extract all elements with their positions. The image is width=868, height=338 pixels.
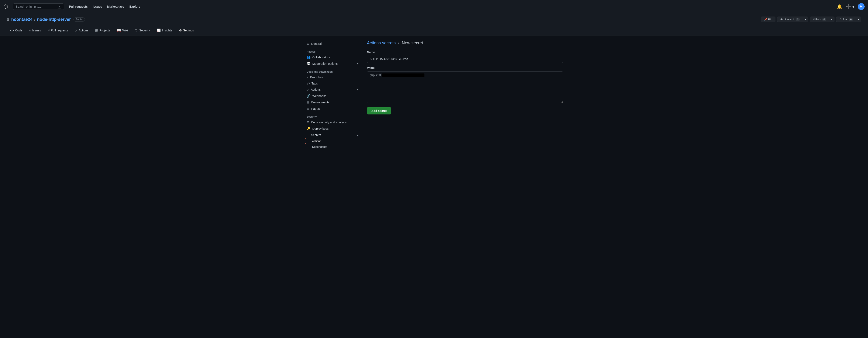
sidebar-item-secrets[interactable]: ⊞ Secrets ▴ xyxy=(305,132,360,138)
value-field-group: Value ghp_CTI xyxy=(367,66,563,104)
fork-button[interactable]: ⑂ Fork 0 xyxy=(810,17,829,22)
repo-breadcrumb: ⊞ hoontae24 / node-http-server Public xyxy=(7,17,85,22)
sidebar-item-actions[interactable]: ▷ Actions ▾ xyxy=(305,86,360,93)
sidebar-item-branches[interactable]: ⑂ Branches xyxy=(305,74,360,80)
play-icon: ▷ xyxy=(307,88,309,92)
fork-dropdown[interactable]: ▾ xyxy=(829,17,834,22)
gear-icon: ⚙ xyxy=(307,42,309,45)
repo-header: ⊞ hoontae24 / node-http-server Public 📌 … xyxy=(0,13,868,26)
sidebar: ⚙ General Access 👥 Collaborators 💬 Moder… xyxy=(305,40,360,150)
search-bar[interactable]: Search or jump to... / xyxy=(13,3,64,10)
watch-count: 1 xyxy=(796,18,800,21)
name-input[interactable] xyxy=(367,56,563,63)
sidebar-item-collaborators[interactable]: 👥 Collaborators xyxy=(305,54,360,61)
repo-icon: ⊞ xyxy=(7,18,9,22)
sidebar-item-general[interactable]: ⚙ General xyxy=(305,40,360,47)
avatar[interactable]: H xyxy=(858,3,865,10)
tab-projects[interactable]: ▦Projects xyxy=(92,26,114,35)
nav-link-issues[interactable]: Issues xyxy=(93,5,102,8)
tab-wiki[interactable]: 📖Wiki xyxy=(114,26,131,35)
sidebar-item-code-security[interactable]: ⚙ Code security and analysis xyxy=(305,119,360,125)
breadcrumb-separator: / xyxy=(398,40,399,45)
pin-button[interactable]: 📌 Pin xyxy=(761,17,775,22)
tab-issues[interactable]: ○Issues xyxy=(26,26,44,35)
top-nav: ⬡ Search or jump to... / Pull requests I… xyxy=(0,0,868,13)
sidebar-sub-item-dependabot[interactable]: Dependabot xyxy=(305,144,360,150)
tag-icon: 🏷 xyxy=(307,82,310,85)
main-content: Actions secrets / New secret Name Value … xyxy=(367,40,563,150)
chevron-down-icon-actions: ▾ xyxy=(357,88,359,91)
watch-dropdown[interactable]: ▾ xyxy=(803,17,808,22)
watch-group: 👁 Unwatch 1 ▾ xyxy=(777,17,808,22)
sidebar-item-environments[interactable]: ▦ Environments xyxy=(305,99,360,105)
notifications-button[interactable]: 🔔 xyxy=(837,4,842,9)
star-label: ☆ Star xyxy=(839,18,848,21)
search-slash: / xyxy=(58,5,61,8)
star-button[interactable]: ☆ Star 0 xyxy=(836,17,856,22)
repo-owner-link[interactable]: hoontae24 xyxy=(11,17,32,22)
fork-group: ⑂ Fork 0 ▾ xyxy=(810,17,834,22)
tab-code[interactable]: <>Code xyxy=(7,26,26,35)
name-field-label: Name xyxy=(367,51,563,54)
comment-icon: 💬 xyxy=(307,62,311,66)
tab-insights[interactable]: 📈Insights xyxy=(153,26,176,35)
secret-icon: ⊞ xyxy=(307,133,309,137)
sidebar-section-security: Security xyxy=(305,112,360,119)
environments-icon: ▦ xyxy=(307,100,310,104)
value-field-label: Value xyxy=(367,66,563,70)
sidebar-item-deploy-keys[interactable]: 🔑 Deploy keys xyxy=(305,125,360,132)
nav-link-explore[interactable]: Explore xyxy=(129,5,140,8)
star-count: 0 xyxy=(849,18,853,21)
sidebar-section-access: Access xyxy=(305,47,360,54)
repo-name-link[interactable]: node-http-server xyxy=(37,17,71,22)
page-heading: Actions secrets / New secret xyxy=(367,40,563,45)
nav-link-marketplace[interactable]: Marketplace xyxy=(107,5,124,8)
sidebar-item-pages[interactable]: ▭ Pages xyxy=(305,105,360,112)
people-icon: 👥 xyxy=(307,55,311,59)
chevron-down-icon: ▾ xyxy=(357,62,359,65)
add-secret-button[interactable]: Add secret xyxy=(367,107,391,115)
name-field-group: Name xyxy=(367,51,563,63)
star-group: ☆ Star 0 ▾ xyxy=(836,17,861,22)
star-dropdown[interactable]: ▾ xyxy=(856,17,861,22)
watch-button[interactable]: 👁 Unwatch 1 xyxy=(777,17,803,22)
webhook-icon: 🔗 xyxy=(307,94,311,98)
tab-security[interactable]: 🛡Security xyxy=(131,26,153,35)
nav-link-pull-requests[interactable]: Pull requests xyxy=(69,5,88,8)
tab-actions[interactable]: ▷Actions xyxy=(71,26,92,35)
pages-icon: ▭ xyxy=(307,107,310,111)
fork-label: ⑂ Fork xyxy=(813,18,821,21)
repo-separator: / xyxy=(34,17,35,22)
top-nav-links: Pull requests Issues Marketplace Explore xyxy=(69,5,141,8)
new-item-button[interactable]: ➕ ▾ xyxy=(846,4,855,9)
shield-lock-icon: ⚙ xyxy=(307,120,309,124)
chevron-up-icon: ▴ xyxy=(357,133,359,136)
breadcrumb-parent-link[interactable]: Actions secrets xyxy=(367,40,396,45)
repo-public-badge: Public xyxy=(73,18,85,22)
fork-count: 0 xyxy=(822,18,826,21)
sidebar-item-webhooks[interactable]: 🔗 Webhooks xyxy=(305,93,360,99)
branch-icon: ⑂ xyxy=(307,75,309,79)
sidebar-section-code-automation: Code and automation xyxy=(305,67,360,74)
breadcrumb-current: New secret xyxy=(402,40,423,45)
top-nav-right: 🔔 ➕ ▾ H xyxy=(837,3,865,10)
sidebar-item-tags[interactable]: 🏷 Tags xyxy=(305,80,360,86)
value-textarea[interactable] xyxy=(367,71,563,103)
sidebar-sub-item-actions[interactable]: Actions xyxy=(305,138,360,144)
sidebar-item-moderation[interactable]: 💬 Moderation options ▾ xyxy=(305,61,360,67)
main-layout: ⚙ General Access 👥 Collaborators 💬 Moder… xyxy=(298,35,570,155)
value-container: ghp_CTI xyxy=(367,71,563,104)
tab-settings[interactable]: ⚙Settings xyxy=(176,26,197,35)
repo-tabs: <>Code ○Issues ⑂Pull requests ▷Actions ▦… xyxy=(0,26,868,35)
search-placeholder: Search or jump to... xyxy=(16,5,42,8)
key-icon: 🔑 xyxy=(307,127,311,130)
tab-pull-requests[interactable]: ⑂Pull requests xyxy=(44,26,71,35)
watch-label: 👁 Unwatch xyxy=(780,18,795,21)
sidebar-general-label: General xyxy=(311,42,322,45)
github-logo: ⬡ xyxy=(3,4,8,9)
repo-action-buttons: 📌 Pin 👁 Unwatch 1 ▾ ⑂ Fork 0 ▾ ☆ Star 0 … xyxy=(761,17,861,22)
